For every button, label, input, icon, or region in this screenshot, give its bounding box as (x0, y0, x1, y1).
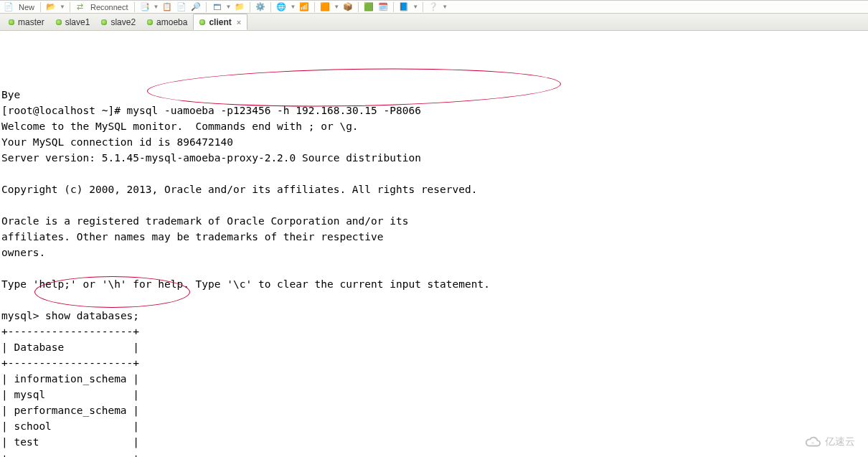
tab-label: slave1 (65, 17, 90, 27)
tab-amoeba[interactable]: amoeba (141, 14, 193, 30)
terminal-line: Copyright (c) 2000, 2013, Oracle and/or … (1, 184, 477, 195)
tool-icon-5[interactable]: 📁 (234, 1, 245, 13)
annotation-ellipse (147, 65, 562, 110)
svg-text:∞: ∞ (811, 440, 814, 445)
dropdown-arrow-icon[interactable]: ▼ (60, 4, 65, 10)
tool-icon-9[interactable]: 🟩 (363, 1, 374, 13)
sessions-icon[interactable]: 🗔 (211, 1, 222, 13)
tool-icon-3[interactable]: 📄 (176, 1, 187, 13)
terminal-line: Welcome to the MySQL monitor. Commands e… (1, 121, 359, 132)
tool-icon-11[interactable]: 📘 (398, 1, 410, 13)
terminal-line: Type 'help;' or '\h' for help. Type '\c'… (1, 278, 490, 290)
cloud-icon: ∞ (805, 434, 821, 450)
close-icon[interactable]: × (235, 18, 241, 27)
dropdown-arrow-icon[interactable]: ▼ (334, 4, 339, 10)
dropdown-arrow-icon[interactable]: ▼ (412, 4, 418, 10)
status-dot-icon (56, 19, 62, 25)
tool-icon-8[interactable]: 📦 (342, 1, 354, 13)
terminal-line: Your MySQL connection id is 896472140 (1, 136, 233, 148)
terminal-line: owners. (1, 247, 45, 258)
tab-client[interactable]: client × (193, 14, 247, 30)
tab-master[interactable]: master (3, 14, 50, 30)
tab-label: slave2 (110, 17, 136, 27)
status-dot-icon (9, 19, 14, 25)
dropdown-arrow-icon[interactable]: ▼ (290, 4, 296, 10)
tool-icon-4[interactable]: 🔎 (190, 1, 202, 13)
terminal-line: Bye (1, 89, 20, 100)
status-dot-icon (147, 19, 153, 25)
settings-icon[interactable]: ⚙️ (255, 1, 266, 13)
table-row: | performance_schema | (1, 405, 139, 416)
tab-slave2[interactable]: slave2 (95, 14, 141, 30)
tool-icon-2[interactable]: 📋 (161, 1, 173, 13)
tool-icon-6[interactable]: 📶 (298, 1, 310, 13)
help-icon[interactable]: ❔ (428, 1, 439, 13)
terminal-line: Oracle is a registered trademark of Orac… (1, 215, 408, 227)
mysql-prompt: mysql> (1, 310, 39, 321)
sql-command: show databases; (39, 310, 139, 321)
dropdown-arrow-icon[interactable]: ▼ (154, 4, 159, 10)
tab-label: client (209, 17, 231, 27)
open-icon[interactable]: 📂 (45, 1, 57, 13)
shell-prompt: [root@localhost ~]# (1, 105, 121, 116)
new-file-icon[interactable]: 📄 (3, 1, 14, 13)
new-button[interactable]: New (17, 3, 36, 11)
table-separator: +--------------------+ (1, 326, 139, 337)
terminal-output[interactable]: Bye [root@localhost ~]# mysql -uamoeba -… (0, 31, 868, 457)
table-separator: +--------------------+ (1, 357, 139, 369)
tool-icon-1[interactable]: 📑 (139, 1, 151, 13)
status-dot-icon (101, 19, 107, 25)
tab-label: master (18, 17, 44, 27)
dropdown-arrow-icon[interactable]: ▼ (442, 4, 448, 10)
main-toolbar: 📄 New 📂 ▼ ⇄ Reconnect 📑 ▼ 📋 📄 🔎 🗔 ▼ 📁 ⚙️… (0, 0, 868, 13)
watermark: ∞ 亿速云 (805, 434, 855, 450)
terminal-line: affiliates. Other names may be trademark… (1, 231, 384, 242)
table-header: | Database | (1, 341, 139, 353)
terminal-line: Server version: 5.1.45-mysql-amoeba-prox… (1, 152, 421, 164)
tab-slave1[interactable]: slave1 (50, 14, 96, 30)
tool-icon-7[interactable]: 🟧 (319, 1, 331, 13)
globe-icon[interactable]: 🌐 (275, 1, 287, 13)
table-row: | mysql | (1, 389, 139, 400)
dropdown-arrow-icon[interactable]: ▼ (225, 4, 231, 10)
table-row: | information_schema | (1, 373, 139, 385)
table-row: | school | (1, 420, 139, 432)
watermark-text: 亿速云 (825, 435, 855, 448)
reconnect-button[interactable]: Reconnect (89, 3, 130, 11)
status-dot-icon (199, 19, 205, 25)
reconnect-icon[interactable]: ⇄ (75, 1, 86, 13)
tool-icon-10[interactable]: 🗓️ (377, 1, 389, 13)
session-tabstrip: master slave1 slave2 amoeba client × (0, 13, 868, 31)
table-row: | test | (1, 436, 139, 448)
table-separator: +--------------------+ (1, 452, 139, 457)
tab-label: amoeba (156, 17, 187, 27)
shell-command: mysql -uamoeba -p123456 -h 192.168.30.15… (121, 105, 421, 116)
